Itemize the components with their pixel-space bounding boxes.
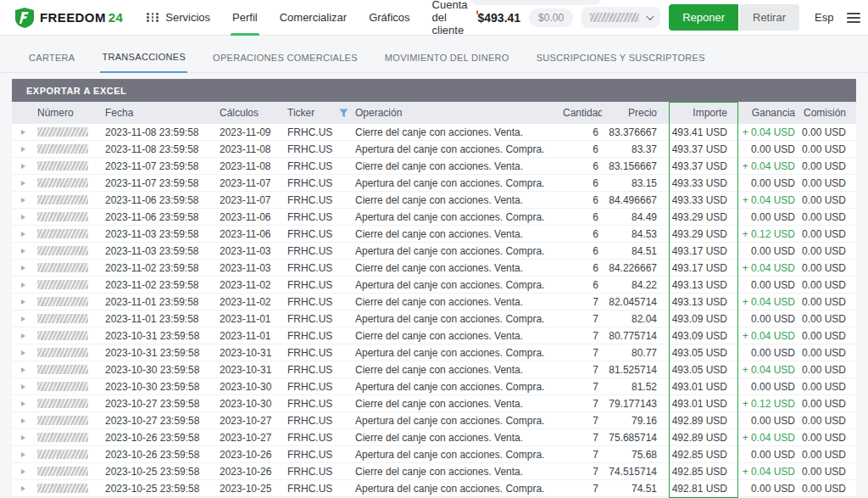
expand-row-button[interactable] — [12, 486, 34, 491]
table-row[interactable]: 2023-10-26 23:59:582023-10-27FRHC.USCier… — [12, 429, 856, 446]
tab-operaciones-comerciales[interactable]: OPERACIONES COMERCIALES — [211, 44, 359, 72]
cell-ticker: FRHC.US — [284, 296, 352, 308]
expand-row-button[interactable] — [12, 367, 34, 372]
table-row[interactable]: 2023-11-03 23:59:582023-11-06FRHC.USCier… — [12, 226, 856, 243]
cell-comision: 0.00 USD — [797, 483, 854, 495]
cell-fecha: 2023-11-02 23:59:58 — [102, 279, 216, 291]
table-row[interactable]: 2023-11-02 23:59:582023-11-03FRHC.USCier… — [12, 260, 856, 277]
table-row[interactable]: 2023-10-26 23:59:582023-10-26FRHC.USAper… — [12, 446, 856, 463]
expand-row-button[interactable] — [12, 198, 34, 203]
expand-row-button[interactable] — [12, 418, 34, 423]
table-row[interactable]: 2023-11-02 23:59:582023-11-02FRHC.USAper… — [12, 277, 856, 294]
table-row[interactable]: 2023-10-30 23:59:582023-10-31FRHC.USCier… — [12, 361, 856, 378]
expand-row-button[interactable] — [12, 130, 34, 135]
col-header-ganancia[interactable]: Ganancia — [737, 107, 797, 119]
table-row[interactable]: 2023-10-27 23:59:582023-10-30FRHC.USCier… — [12, 395, 856, 412]
expand-row-button[interactable] — [12, 333, 34, 339]
expand-row-button[interactable] — [12, 452, 34, 457]
filter-icon[interactable] — [339, 109, 348, 118]
expand-row-button[interactable] — [12, 266, 34, 271]
cell-operacion: Apertura del canje con acciones. Compra. — [352, 177, 559, 189]
table-row[interactable]: 2023-11-07 23:59:582023-11-07FRHC.USAper… — [12, 175, 856, 192]
table-row[interactable]: 2023-10-31 23:59:582023-10-31FRHC.USAper… — [12, 344, 856, 361]
cell-fecha: 2023-10-26 23:59:58 — [102, 449, 216, 461]
table-row[interactable]: 2023-11-01 23:59:582023-11-01FRHC.USAper… — [12, 311, 856, 327]
table-row[interactable]: 2023-10-25 23:59:582023-10-26FRHC.USCier… — [12, 463, 856, 480]
deposit-button[interactable]: Reponer — [669, 4, 738, 31]
cell-ganancia: 0.00 USD — [737, 313, 797, 325]
table-row[interactable]: 2023-10-30 23:59:582023-10-30FRHC.USAper… — [12, 378, 856, 395]
export-to-excel-button[interactable]: EXPORTAR A EXCEL — [12, 79, 856, 102]
cell-ticker: FRHC.US — [284, 449, 352, 461]
table-row[interactable]: 2023-11-01 23:59:582023-11-02FRHC.USCier… — [12, 294, 856, 311]
col-header-numero[interactable]: Número — [34, 107, 102, 119]
cell-comision: 0.00 USD — [797, 466, 854, 478]
tab-cartera[interactable]: CARTERA — [27, 44, 76, 72]
table-row[interactable]: 2023-11-06 23:59:582023-11-07FRHC.USCier… — [12, 192, 856, 209]
table-row[interactable]: 2023-10-25 23:59:582023-10-25FRHC.USAper… — [12, 480, 856, 497]
menu-icon[interactable] — [847, 13, 860, 23]
cell-importe: 492.85 USD — [665, 449, 737, 461]
tab-transacciones[interactable]: TRANSACCIONES — [100, 43, 187, 73]
expand-row-button[interactable] — [12, 232, 34, 237]
table-row[interactable]: 2023-11-03 23:59:582023-11-03FRHC.USAper… — [12, 243, 856, 260]
col-header-calculos[interactable]: Cálculos — [216, 107, 284, 119]
expand-row-button[interactable] — [12, 350, 34, 355]
nav-item-cuenta-del-cliente[interactable]: Cuenta del cliente — [432, 0, 478, 36]
col-header-cantidad[interactable]: Cantidad — [559, 107, 602, 119]
tab-movimiento-del-dinero[interactable]: MOVIMIENTO DEL DINERO — [383, 44, 511, 72]
cell-ticker: FRHC.US — [284, 160, 352, 172]
cell-importe: 492.85 USD — [665, 466, 737, 478]
cell-operacion: Apertura del canje con acciones. Compra. — [352, 449, 559, 461]
expand-row-button[interactable] — [12, 181, 34, 186]
tab-suscripciones-y-suscriptores[interactable]: SUSCRIPCIONES Y SUSCRIPTORES — [535, 44, 707, 72]
cell-operacion: Cierre del canje con acciones. Venta. — [352, 330, 559, 342]
caret-right-icon — [21, 181, 25, 186]
col-header-comision[interactable]: Comisión — [797, 107, 854, 119]
expand-row-button[interactable] — [12, 164, 34, 169]
cell-calculos: 2023-11-03 — [216, 262, 284, 274]
nav-item-graficos[interactable]: Gráficos — [369, 0, 409, 36]
expand-row-button[interactable] — [12, 435, 34, 440]
expand-row-button[interactable] — [12, 147, 34, 152]
account-selector[interactable] — [581, 7, 660, 28]
table-row[interactable]: 2023-11-08 23:59:582023-11-08FRHC.USAper… — [12, 141, 856, 158]
col-header-precio[interactable]: Precio — [602, 107, 665, 119]
col-header-importe[interactable]: Importe — [665, 107, 737, 119]
caret-right-icon — [21, 147, 25, 152]
redacted-number — [37, 178, 88, 187]
nav-item-comercializar[interactable]: Comercializar — [280, 0, 347, 36]
col-header-operacion[interactable]: Operación — [352, 107, 559, 119]
table-row[interactable]: 2023-10-27 23:59:582023-10-27FRHC.USAper… — [12, 412, 856, 429]
expand-row-button[interactable] — [12, 316, 34, 322]
nav-item-perfil[interactable]: Perfil — [232, 0, 258, 36]
cell-fecha: 2023-11-06 23:59:58 — [102, 194, 216, 206]
expand-row-button[interactable] — [12, 215, 34, 220]
expand-row-button[interactable] — [12, 249, 34, 254]
cell-comision: 0.00 USD — [797, 364, 854, 376]
table-row[interactable]: 2023-11-06 23:59:582023-11-06FRHC.USAper… — [12, 209, 856, 226]
col-header-fecha[interactable]: Fecha — [102, 107, 216, 119]
expand-row-button[interactable] — [12, 469, 34, 474]
cell-fecha: 2023-10-27 23:59:58 — [102, 398, 216, 410]
table-row[interactable]: 2023-11-07 23:59:582023-11-08FRHC.USCier… — [12, 158, 856, 175]
col-header-ticker[interactable]: Ticker — [284, 107, 352, 119]
expand-row-button[interactable] — [12, 401, 34, 406]
withdraw-button[interactable]: Retirar — [739, 4, 799, 31]
cell-ticker: FRHC.US — [284, 466, 352, 478]
brand-logo[interactable]: FREEDOM24 — [15, 8, 123, 28]
language-selector[interactable]: Esp — [815, 11, 833, 24]
expand-row-button[interactable] — [12, 299, 34, 305]
redacted-number — [37, 280, 88, 289]
cell-precio: 81.525714 — [602, 364, 665, 376]
caret-right-icon — [21, 198, 25, 203]
caret-right-icon — [21, 215, 25, 220]
table-row[interactable]: 2023-11-08 23:59:582023-11-09FRHC.USCier… — [12, 124, 856, 141]
expand-row-button[interactable] — [12, 384, 34, 389]
redacted-number — [37, 229, 88, 238]
nav-item-servicios[interactable]: Servicios — [147, 0, 210, 36]
cell-calculos: 2023-11-02 — [216, 279, 284, 291]
expand-row-button[interactable] — [12, 283, 34, 288]
table-row[interactable]: 2023-10-31 23:59:582023-11-01FRHC.USCier… — [12, 327, 856, 344]
cell-importe: 493.33 USD — [665, 194, 737, 206]
